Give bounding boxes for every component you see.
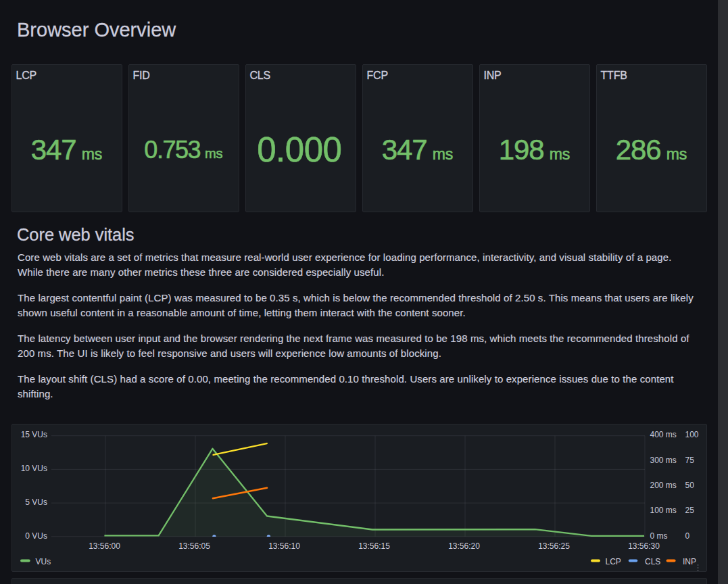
svg-text:13:56:10: 13:56:10 [268,541,300,551]
svg-text:5 VUs: 5 VUs [25,497,47,507]
svg-text:13:56:00: 13:56:00 [89,541,120,551]
svg-text:100 ms: 100 ms [650,506,677,515]
svg-text:400 ms: 400 ms [650,430,677,439]
svg-text:100: 100 [685,430,699,439]
svg-text:15 VUs: 15 VUs [21,430,47,439]
svg-text:CLS: CLS [645,557,660,566]
svg-text:200 ms: 200 ms [650,481,677,490]
svg-text:300 ms: 300 ms [650,456,677,465]
svg-text:13:56:30: 13:56:30 [628,541,660,551]
svg-text:0: 0 [685,531,690,541]
svg-text:0 ms: 0 ms [650,531,668,541]
svg-text:INP: INP [683,557,696,566]
svg-text:LCP: LCP [606,557,621,566]
svg-text:VUs: VUs [36,557,51,566]
svg-text:13:56:20: 13:56:20 [448,541,480,551]
svg-text:50: 50 [685,481,695,490]
svg-text:13:56:05: 13:56:05 [178,541,210,551]
svg-text:13:56:25: 13:56:25 [538,541,570,551]
svg-text:13:56:15: 13:56:15 [358,541,390,551]
svg-text:0 VUs: 0 VUs [25,531,47,541]
svg-text:10 VUs: 10 VUs [21,464,47,473]
svg-text:25: 25 [685,506,695,515]
svg-text:75: 75 [685,456,695,465]
